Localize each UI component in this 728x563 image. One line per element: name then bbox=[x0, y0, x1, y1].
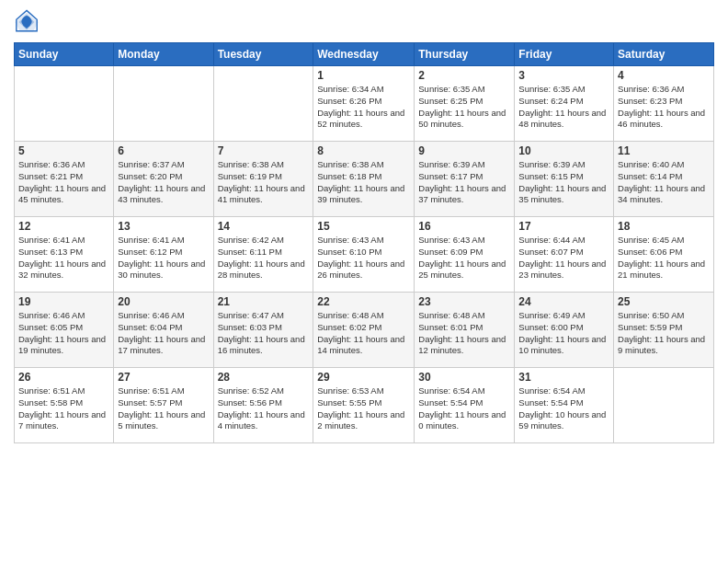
calendar-cell: 18Sunrise: 6:45 AM Sunset: 6:06 PM Dayli… bbox=[614, 217, 714, 293]
calendar-cell: 5Sunrise: 6:36 AM Sunset: 6:21 PM Daylig… bbox=[15, 142, 114, 217]
day-number: 8 bbox=[317, 144, 410, 157]
header bbox=[14, 9, 714, 35]
day-number: 3 bbox=[518, 69, 609, 82]
calendar-cell: 21Sunrise: 6:47 AM Sunset: 6:03 PM Dayli… bbox=[213, 293, 313, 368]
col-thursday: Thursday bbox=[415, 43, 515, 66]
col-friday: Friday bbox=[515, 43, 614, 66]
calendar-cell: 13Sunrise: 6:41 AM Sunset: 6:12 PM Dayli… bbox=[114, 217, 213, 293]
calendar-week-row: 12Sunrise: 6:41 AM Sunset: 6:13 PM Dayli… bbox=[15, 217, 714, 293]
day-number: 28 bbox=[218, 371, 310, 384]
day-number: 15 bbox=[317, 220, 410, 233]
calendar-cell: 14Sunrise: 6:42 AM Sunset: 6:11 PM Dayli… bbox=[213, 217, 313, 293]
day-number: 17 bbox=[518, 220, 609, 233]
calendar-week-row: 1Sunrise: 6:34 AM Sunset: 6:26 PM Daylig… bbox=[15, 66, 714, 142]
page: Sunday Monday Tuesday Wednesday Thursday… bbox=[0, 0, 728, 563]
calendar-cell bbox=[114, 66, 213, 142]
day-info: Sunrise: 6:49 AM Sunset: 6:00 PM Dayligh… bbox=[518, 310, 609, 357]
day-number: 20 bbox=[118, 295, 209, 308]
day-info: Sunrise: 6:48 AM Sunset: 6:01 PM Dayligh… bbox=[418, 310, 510, 357]
day-info: Sunrise: 6:39 AM Sunset: 6:15 PM Dayligh… bbox=[518, 159, 609, 206]
calendar-cell: 31Sunrise: 6:54 AM Sunset: 5:54 PM Dayli… bbox=[515, 368, 614, 443]
logo-icon bbox=[14, 9, 40, 35]
day-info: Sunrise: 6:53 AM Sunset: 5:55 PM Dayligh… bbox=[317, 385, 410, 432]
calendar-header-row: Sunday Monday Tuesday Wednesday Thursday… bbox=[15, 43, 714, 66]
day-info: Sunrise: 6:35 AM Sunset: 6:25 PM Dayligh… bbox=[418, 84, 510, 131]
day-number: 30 bbox=[418, 371, 510, 384]
day-info: Sunrise: 6:46 AM Sunset: 6:05 PM Dayligh… bbox=[18, 310, 109, 357]
day-number: 2 bbox=[418, 69, 510, 82]
day-info: Sunrise: 6:54 AM Sunset: 5:54 PM Dayligh… bbox=[518, 385, 609, 432]
day-info: Sunrise: 6:50 AM Sunset: 5:59 PM Dayligh… bbox=[618, 310, 710, 357]
logo bbox=[14, 9, 43, 35]
day-number: 21 bbox=[218, 295, 310, 308]
calendar-cell: 9Sunrise: 6:39 AM Sunset: 6:17 PM Daylig… bbox=[415, 142, 515, 217]
day-info: Sunrise: 6:36 AM Sunset: 6:23 PM Dayligh… bbox=[618, 84, 710, 131]
day-number: 27 bbox=[118, 371, 209, 384]
day-number: 13 bbox=[118, 220, 209, 233]
day-info: Sunrise: 6:54 AM Sunset: 5:54 PM Dayligh… bbox=[418, 385, 510, 432]
calendar-cell: 3Sunrise: 6:35 AM Sunset: 6:24 PM Daylig… bbox=[515, 66, 614, 142]
day-info: Sunrise: 6:37 AM Sunset: 6:20 PM Dayligh… bbox=[118, 159, 209, 206]
calendar-cell: 16Sunrise: 6:43 AM Sunset: 6:09 PM Dayli… bbox=[415, 217, 515, 293]
calendar-cell: 30Sunrise: 6:54 AM Sunset: 5:54 PM Dayli… bbox=[415, 368, 515, 443]
calendar-cell: 20Sunrise: 6:46 AM Sunset: 6:04 PM Dayli… bbox=[114, 293, 213, 368]
col-wednesday: Wednesday bbox=[313, 43, 415, 66]
day-number: 31 bbox=[518, 371, 609, 384]
calendar-cell: 1Sunrise: 6:34 AM Sunset: 6:26 PM Daylig… bbox=[313, 66, 415, 142]
day-info: Sunrise: 6:41 AM Sunset: 6:13 PM Dayligh… bbox=[18, 235, 109, 282]
day-number: 11 bbox=[618, 144, 710, 157]
calendar: Sunday Monday Tuesday Wednesday Thursday… bbox=[14, 42, 714, 443]
day-info: Sunrise: 6:52 AM Sunset: 5:56 PM Dayligh… bbox=[218, 385, 310, 432]
calendar-cell: 4Sunrise: 6:36 AM Sunset: 6:23 PM Daylig… bbox=[614, 66, 714, 142]
day-number: 4 bbox=[618, 69, 710, 82]
day-number: 9 bbox=[418, 144, 510, 157]
day-info: Sunrise: 6:46 AM Sunset: 6:04 PM Dayligh… bbox=[118, 310, 209, 357]
calendar-cell: 22Sunrise: 6:48 AM Sunset: 6:02 PM Dayli… bbox=[313, 293, 415, 368]
calendar-cell: 7Sunrise: 6:38 AM Sunset: 6:19 PM Daylig… bbox=[213, 142, 313, 217]
calendar-week-row: 5Sunrise: 6:36 AM Sunset: 6:21 PM Daylig… bbox=[15, 142, 714, 217]
calendar-cell: 26Sunrise: 6:51 AM Sunset: 5:58 PM Dayli… bbox=[15, 368, 114, 443]
day-number: 7 bbox=[218, 144, 310, 157]
calendar-cell bbox=[614, 368, 714, 443]
day-number: 25 bbox=[618, 295, 710, 308]
calendar-cell bbox=[213, 66, 313, 142]
day-number: 19 bbox=[18, 295, 109, 308]
day-number: 24 bbox=[518, 295, 609, 308]
day-info: Sunrise: 6:51 AM Sunset: 5:58 PM Dayligh… bbox=[18, 385, 109, 432]
day-number: 14 bbox=[218, 220, 310, 233]
day-number: 5 bbox=[18, 144, 109, 157]
calendar-cell: 2Sunrise: 6:35 AM Sunset: 6:25 PM Daylig… bbox=[415, 66, 515, 142]
day-number: 23 bbox=[418, 295, 510, 308]
day-info: Sunrise: 6:45 AM Sunset: 6:06 PM Dayligh… bbox=[618, 235, 710, 282]
calendar-cell: 11Sunrise: 6:40 AM Sunset: 6:14 PM Dayli… bbox=[614, 142, 714, 217]
calendar-cell: 19Sunrise: 6:46 AM Sunset: 6:05 PM Dayli… bbox=[15, 293, 114, 368]
day-number: 6 bbox=[118, 144, 209, 157]
day-info: Sunrise: 6:35 AM Sunset: 6:24 PM Dayligh… bbox=[518, 84, 609, 131]
calendar-week-row: 26Sunrise: 6:51 AM Sunset: 5:58 PM Dayli… bbox=[15, 368, 714, 443]
day-info: Sunrise: 6:38 AM Sunset: 6:18 PM Dayligh… bbox=[317, 159, 410, 206]
calendar-cell: 28Sunrise: 6:52 AM Sunset: 5:56 PM Dayli… bbox=[213, 368, 313, 443]
calendar-cell: 23Sunrise: 6:48 AM Sunset: 6:01 PM Dayli… bbox=[415, 293, 515, 368]
day-info: Sunrise: 6:47 AM Sunset: 6:03 PM Dayligh… bbox=[218, 310, 310, 357]
col-sunday: Sunday bbox=[15, 43, 114, 66]
day-info: Sunrise: 6:38 AM Sunset: 6:19 PM Dayligh… bbox=[218, 159, 310, 206]
calendar-cell: 12Sunrise: 6:41 AM Sunset: 6:13 PM Dayli… bbox=[15, 217, 114, 293]
day-number: 16 bbox=[418, 220, 510, 233]
day-info: Sunrise: 6:44 AM Sunset: 6:07 PM Dayligh… bbox=[518, 235, 609, 282]
day-info: Sunrise: 6:41 AM Sunset: 6:12 PM Dayligh… bbox=[118, 235, 209, 282]
day-info: Sunrise: 6:51 AM Sunset: 5:57 PM Dayligh… bbox=[118, 385, 209, 432]
day-info: Sunrise: 6:43 AM Sunset: 6:09 PM Dayligh… bbox=[418, 235, 510, 282]
calendar-cell: 27Sunrise: 6:51 AM Sunset: 5:57 PM Dayli… bbox=[114, 368, 213, 443]
day-info: Sunrise: 6:34 AM Sunset: 6:26 PM Dayligh… bbox=[317, 84, 410, 131]
calendar-cell: 17Sunrise: 6:44 AM Sunset: 6:07 PM Dayli… bbox=[515, 217, 614, 293]
day-number: 29 bbox=[317, 371, 410, 384]
day-info: Sunrise: 6:40 AM Sunset: 6:14 PM Dayligh… bbox=[618, 159, 710, 206]
calendar-cell: 10Sunrise: 6:39 AM Sunset: 6:15 PM Dayli… bbox=[515, 142, 614, 217]
col-monday: Monday bbox=[114, 43, 213, 66]
calendar-week-row: 19Sunrise: 6:46 AM Sunset: 6:05 PM Dayli… bbox=[15, 293, 714, 368]
calendar-cell: 24Sunrise: 6:49 AM Sunset: 6:00 PM Dayli… bbox=[515, 293, 614, 368]
day-info: Sunrise: 6:43 AM Sunset: 6:10 PM Dayligh… bbox=[317, 235, 410, 282]
col-saturday: Saturday bbox=[614, 43, 714, 66]
day-info: Sunrise: 6:42 AM Sunset: 6:11 PM Dayligh… bbox=[218, 235, 310, 282]
calendar-cell: 15Sunrise: 6:43 AM Sunset: 6:10 PM Dayli… bbox=[313, 217, 415, 293]
